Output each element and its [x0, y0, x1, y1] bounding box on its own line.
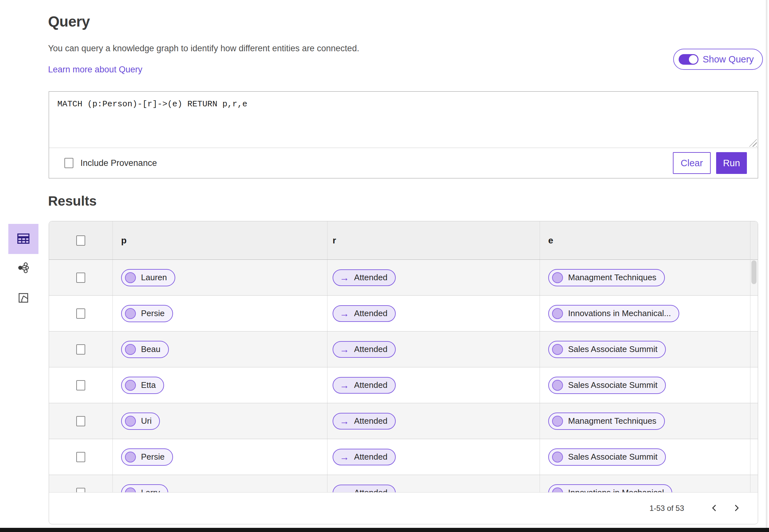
relation-pill[interactable]: → Attended: [332, 269, 396, 286]
entity-node-icon: [552, 380, 563, 391]
entity-label-e: Managment Techniques: [568, 416, 657, 426]
entity-node-icon: [125, 452, 136, 462]
relation-label: Attended: [354, 380, 388, 390]
entity-pill-p[interactable]: Lauren: [121, 269, 175, 286]
entity-pill-e[interactable]: Sales Associate Summit: [548, 341, 666, 358]
row-checkbox[interactable]: [76, 380, 85, 390]
window-right-edge: [766, 0, 767, 528]
select-all-checkbox[interactable]: [76, 235, 85, 246]
entity-node-icon: [125, 416, 136, 427]
relation-label: Attended: [354, 452, 388, 462]
prev-page-button[interactable]: [705, 499, 723, 517]
show-query-label: Show Query: [703, 54, 754, 65]
table-row: Lauren → Attended Managment Techniques: [49, 260, 758, 296]
row-checkbox[interactable]: [76, 416, 85, 426]
table-view-icon: [16, 231, 31, 247]
entity-pill-p[interactable]: Beau: [121, 341, 169, 358]
clear-button[interactable]: Clear: [673, 152, 711, 174]
table-view-button[interactable]: [8, 224, 38, 254]
entity-node-icon: [125, 380, 136, 391]
table-header-row: p r e: [49, 221, 758, 260]
map-view-button[interactable]: [8, 288, 38, 308]
query-editor[interactable]: MATCH (p:Person)-[r]->(e) RETURN p,r,e: [49, 92, 758, 148]
toggle-knob: [689, 55, 698, 64]
relation-pill[interactable]: → Attended: [332, 449, 396, 465]
show-query-toggle-button[interactable]: Show Query: [673, 49, 763, 70]
page-title: Query: [48, 13, 90, 30]
relation-pill[interactable]: → Attended: [332, 377, 396, 394]
entity-label-p: Uri: [141, 416, 151, 426]
entity-node-icon: [125, 272, 136, 283]
row-checkbox[interactable]: [76, 344, 85, 355]
include-provenance-label: Include Provenance: [80, 158, 157, 168]
table-row: Persie → Attended Innovations in Mechani…: [49, 296, 758, 331]
results-table: p r e Lauren → Attended Managment Techni…: [49, 221, 758, 524]
row-checkbox[interactable]: [76, 273, 85, 283]
query-actions-bar: Include Provenance Clear Run: [49, 148, 758, 178]
pagination-range: 1-53 of 53: [650, 504, 684, 513]
relation-label: Attended: [354, 308, 388, 318]
entity-pill-p[interactable]: Etta: [121, 377, 164, 394]
relation-pill[interactable]: → Attended: [332, 413, 396, 430]
entity-node-icon: [125, 308, 136, 319]
arrow-right-icon: →: [339, 416, 349, 426]
learn-more-link[interactable]: Learn more about Query: [48, 65, 142, 75]
chevron-left-icon: [710, 503, 719, 513]
table-row: Beau → Attended Sales Associate Summit: [49, 331, 758, 367]
entity-pill-e[interactable]: Sales Associate Summit: [548, 448, 666, 466]
entity-pill-e[interactable]: Innovations in Mechanical...: [548, 305, 679, 322]
entity-node-icon: [125, 344, 136, 355]
results-title: Results: [48, 193, 97, 209]
relation-pill[interactable]: → Attended: [332, 341, 396, 358]
entity-label-e: Sales Associate Summit: [568, 344, 658, 354]
include-provenance-checkbox[interactable]: [64, 158, 73, 168]
column-header-p: p: [112, 221, 327, 259]
column-header-e: e: [540, 221, 758, 259]
entity-pill-p[interactable]: Persie: [121, 448, 173, 466]
entity-label-p: Etta: [141, 380, 156, 390]
entity-pill-e[interactable]: Managment Techniques: [548, 413, 665, 430]
entity-pill-p[interactable]: Persie: [121, 305, 173, 322]
entity-node-icon: [552, 308, 563, 319]
table-row: Persie → Attended Sales Associate Summit: [49, 439, 758, 475]
entity-pill-p[interactable]: Uri: [121, 413, 160, 430]
entity-label-p: Persie: [141, 452, 165, 462]
entity-label-e: Sales Associate Summit: [568, 452, 658, 462]
entity-node-icon: [552, 416, 563, 427]
row-checkbox[interactable]: [76, 452, 85, 462]
resize-handle-icon[interactable]: [749, 139, 757, 147]
entity-label-p: Beau: [141, 344, 160, 354]
entity-label-p: Lauren: [141, 273, 167, 282]
entity-pill-e[interactable]: Sales Associate Summit: [548, 377, 666, 394]
scrollbar-thumb[interactable]: [751, 260, 757, 284]
entity-node-icon: [552, 452, 563, 462]
table-row: Uri → Attended Managment Techniques: [49, 403, 758, 439]
query-description: You can query a knowledge graph to ident…: [48, 44, 359, 53]
next-page-button[interactable]: [728, 499, 746, 517]
entity-label-e: Innovations in Mechanical...: [568, 308, 671, 318]
pagination-bar: 1-53 of 53: [49, 492, 758, 524]
arrow-right-icon: →: [339, 381, 349, 390]
arrow-right-icon: →: [339, 345, 349, 354]
relation-label: Attended: [354, 416, 388, 426]
toggle-on-icon[interactable]: [679, 54, 699, 65]
entity-label-e: Managment Techniques: [568, 273, 657, 282]
table-row: Etta → Attended Sales Associate Summit: [49, 367, 758, 403]
row-checkbox[interactable]: [76, 308, 85, 319]
query-panel: MATCH (p:Person)-[r]->(e) RETURN p,r,e I…: [49, 91, 758, 178]
arrow-right-icon: →: [339, 309, 349, 318]
entity-pill-e[interactable]: Managment Techniques: [548, 269, 665, 286]
entity-node-icon: [552, 344, 563, 355]
query-text: MATCH (p:Person)-[r]->(e) RETURN p,r,e: [57, 99, 247, 109]
graph-view-button[interactable]: [8, 258, 38, 278]
arrow-right-icon: →: [339, 273, 349, 282]
map-view-icon: [17, 292, 29, 305]
table-body: Lauren → Attended Managment Techniques P…: [49, 260, 758, 511]
column-header-r: r: [327, 221, 540, 259]
run-button[interactable]: Run: [716, 152, 747, 174]
relation-pill[interactable]: → Attended: [332, 305, 396, 322]
table-scrollbar[interactable]: [750, 221, 758, 492]
graph-view-icon: [17, 261, 30, 275]
relation-label: Attended: [354, 344, 388, 354]
entity-label-e: Sales Associate Summit: [568, 380, 658, 390]
